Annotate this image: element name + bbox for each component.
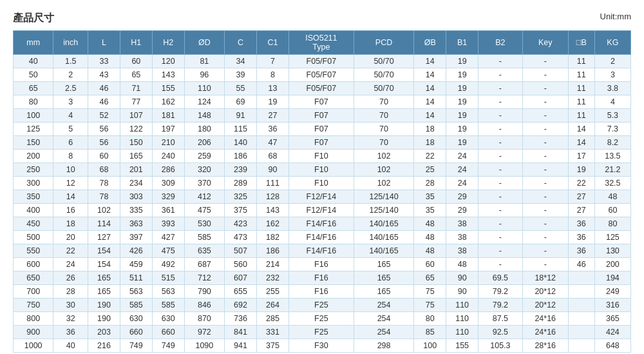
- table-cell: 36: [568, 244, 594, 258]
- table-cell: 200: [14, 150, 53, 163]
- table-cell: 800: [14, 312, 53, 326]
- table-cell: 200: [594, 258, 630, 271]
- table-cell: 870: [184, 312, 224, 326]
- table-cell: 125: [594, 231, 630, 244]
- table-cell: 78: [88, 177, 120, 190]
- table-cell: 240: [152, 150, 184, 163]
- table-cell: 370: [184, 177, 224, 190]
- table-cell: 162: [152, 95, 184, 109]
- table-cell: 79.2: [478, 299, 523, 312]
- col-H2: H2: [152, 31, 184, 55]
- table-cell: 749: [120, 339, 152, 353]
- table-cell: 34: [225, 55, 257, 68]
- table-cell: 48: [594, 190, 630, 204]
- table-cell: 190: [88, 312, 120, 326]
- col-iso-type: ISO5211Type: [289, 31, 354, 55]
- table-cell: 14: [568, 123, 594, 136]
- table-cell: 660: [120, 326, 152, 339]
- table-cell: -: [478, 150, 523, 163]
- table-cell: 125/140: [354, 190, 413, 204]
- table-cell: 475: [152, 244, 184, 258]
- table-cell: 11: [568, 55, 594, 68]
- table-cell: F16: [289, 285, 354, 299]
- table-cell: 426: [120, 244, 152, 258]
- table-cell: 585: [120, 299, 152, 312]
- table-cell: 635: [184, 244, 224, 258]
- table-cell: 38: [446, 217, 478, 231]
- table-cell: 2: [594, 55, 630, 68]
- table-cell: 150: [120, 136, 152, 150]
- table-cell: -: [478, 217, 523, 231]
- table-cell: 563: [120, 285, 152, 299]
- table-cell: 35: [414, 204, 446, 217]
- table-cell: 36: [256, 123, 289, 136]
- table-cell: -: [522, 82, 568, 95]
- col-pcd: PCD: [354, 31, 413, 55]
- table-cell: 511: [120, 271, 152, 285]
- table-cell: 182: [256, 231, 289, 244]
- table-cell: 128: [256, 190, 289, 204]
- table-cell: 91: [225, 109, 257, 123]
- table-cell: 102: [354, 150, 413, 163]
- table-cell: 79.2: [478, 285, 523, 299]
- table-cell: 22: [414, 150, 446, 163]
- table-cell: 43: [88, 68, 120, 82]
- table-cell: 749: [152, 339, 184, 353]
- table-cell: 56: [88, 136, 120, 150]
- table-cell: 11: [568, 82, 594, 95]
- table-cell: -: [522, 190, 568, 204]
- table-row: 70028165563563790655255F16165759079.220*…: [14, 285, 631, 299]
- table-cell: 12: [53, 177, 88, 190]
- table-row: 15065615021020614047F07701819--148.2: [14, 136, 631, 150]
- table-cell: 427: [152, 231, 184, 244]
- table-cell: 28: [414, 177, 446, 190]
- table-cell: 140/165: [354, 231, 413, 244]
- table-cell: 10: [53, 163, 88, 177]
- table-cell: 22: [53, 244, 88, 258]
- table-cell: 46: [568, 258, 594, 271]
- table-cell: 90: [446, 285, 478, 299]
- table-cell: -: [522, 109, 568, 123]
- table-cell: F25: [289, 312, 354, 326]
- table-cell: 130: [594, 244, 630, 258]
- table-cell: 65: [120, 68, 152, 82]
- table-cell: 80: [414, 312, 446, 326]
- table-cell: 140: [225, 136, 257, 150]
- col-inch: inch: [53, 31, 88, 55]
- table-cell: F07: [289, 95, 354, 109]
- table-cell: F10: [289, 163, 354, 177]
- table-cell: -: [522, 163, 568, 177]
- table-cell: -: [522, 123, 568, 136]
- table-cell: 285: [256, 312, 289, 326]
- table-cell: -: [522, 136, 568, 150]
- table-cell: 40: [53, 339, 88, 353]
- table-cell: 140/165: [354, 217, 413, 231]
- table-cell: -: [478, 231, 523, 244]
- table-cell: 750: [14, 299, 53, 312]
- table-cell: 60: [594, 204, 630, 217]
- spec-table: mm inch L H1 H2 ØD C C1 ISO5211Type PCD …: [13, 30, 631, 353]
- table-cell: -: [522, 68, 568, 82]
- table-cell: 39: [225, 68, 257, 82]
- table-cell: F05/F07: [289, 55, 354, 68]
- table-cell: 6: [53, 136, 88, 150]
- table-cell: 11: [568, 109, 594, 123]
- table-cell: 19: [446, 136, 478, 150]
- table-cell: -: [478, 68, 523, 82]
- table-cell: 289: [225, 177, 257, 190]
- table-cell: 8: [53, 150, 88, 163]
- col-L: L: [88, 31, 120, 55]
- table-cell: 255: [256, 285, 289, 299]
- table-row: 50020127397427585473182F14/F16140/165483…: [14, 231, 631, 244]
- table-cell: 475: [184, 204, 224, 217]
- table-row: 45018114363393530423162F14/F16140/165483…: [14, 217, 631, 231]
- col-squareB: □B: [568, 31, 594, 55]
- table-cell: 165: [88, 271, 120, 285]
- col-C1: C1: [256, 31, 289, 55]
- table-cell: 630: [120, 312, 152, 326]
- table-cell: 165: [120, 150, 152, 163]
- table-row: 652.546711551105513F05/F0750/701419--113…: [14, 82, 631, 95]
- table-cell: 841: [225, 326, 257, 339]
- table-cell: 473: [225, 231, 257, 244]
- col-H1: H1: [120, 31, 152, 55]
